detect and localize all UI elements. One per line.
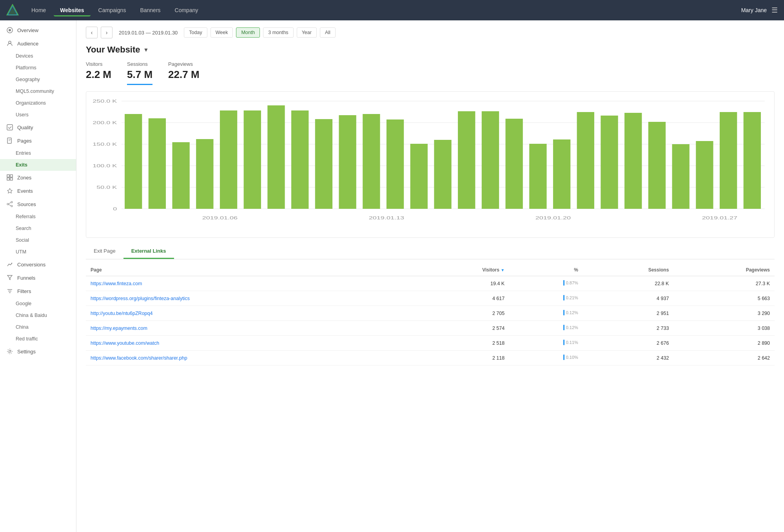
tab-external-links[interactable]: External Links	[123, 244, 174, 259]
sidebar-item-pages[interactable]: Pages	[0, 134, 76, 147]
sidebar-item-overview[interactable]: Overview	[0, 24, 76, 37]
sidebar-item-china[interactable]: China	[0, 321, 76, 333]
svg-point-5	[9, 41, 11, 43]
cell-pageviews: 3 290	[673, 306, 775, 321]
cell-page[interactable]: https://www.finteza.com	[86, 276, 414, 291]
sidebar-item-sources[interactable]: Sources	[0, 197, 76, 211]
sidebar-item-funnels[interactable]: Funnels	[0, 271, 76, 284]
cell-visitors: 19.4 K	[414, 276, 510, 291]
nav-company[interactable]: Company	[169, 4, 205, 16]
chart-container: 250.0 K 200.0 K 150.0 K 100.0 K 50.0 K 0	[86, 91, 775, 238]
pages-icon	[6, 137, 13, 144]
period-week-button[interactable]: Week	[211, 27, 233, 38]
sidebar-item-red-traffic[interactable]: Red traffic	[0, 333, 76, 345]
cell-sessions: 2 432	[583, 351, 673, 366]
tab-exit-page[interactable]: Exit Page	[86, 244, 123, 259]
metric-visitors-value: 2.2 M	[86, 69, 111, 81]
sidebar-item-zones[interactable]: Zones	[0, 171, 76, 184]
cell-pageviews: 27.3 K	[673, 276, 775, 291]
svg-text:0: 0	[113, 206, 117, 212]
sidebar-item-china-baidu[interactable]: China & Baidu	[0, 309, 76, 321]
sidebar-item-conversions[interactable]: Conversions	[0, 258, 76, 271]
prev-period-button[interactable]: ‹	[86, 27, 98, 38]
menu-icon[interactable]: ☰	[771, 6, 778, 14]
sidebar-item-social[interactable]: Social	[0, 234, 76, 246]
period-3months-button[interactable]: 3 months	[263, 27, 293, 38]
events-icon	[6, 187, 13, 194]
metric-pageviews-label: Pageviews	[168, 61, 200, 67]
cell-page[interactable]: https://www.youtube.com/watch	[86, 336, 414, 351]
sidebar-item-quality[interactable]: Quality	[0, 121, 76, 134]
sidebar-item-search[interactable]: Search	[0, 223, 76, 234]
svg-rect-56	[648, 122, 666, 209]
svg-rect-38	[220, 110, 237, 209]
logo	[6, 4, 19, 16]
sidebar-item-platforms[interactable]: Platforms	[0, 62, 76, 74]
sidebar-item-geography[interactable]: Geography	[0, 74, 76, 85]
table-row: https://wordpress.org/plugins/finteza-an…	[86, 291, 775, 306]
cell-visitors: 2 518	[414, 336, 510, 351]
period-month-button[interactable]: Month	[236, 27, 260, 38]
sidebar-item-utm[interactable]: UTM	[0, 246, 76, 258]
sidebar-item-entries[interactable]: Entries	[0, 147, 76, 159]
metric-sessions[interactable]: Sessions 5.7 M	[127, 61, 152, 85]
nav-banners[interactable]: Banners	[134, 4, 167, 16]
percent-bar-line	[563, 325, 564, 330]
user-name: Mary Jane	[741, 7, 767, 13]
svg-rect-11	[10, 178, 13, 180]
cell-page[interactable]: https://www.facebook.com/sharer/sharer.p…	[86, 351, 414, 366]
nav-websites[interactable]: Websites	[54, 4, 90, 16]
nav-campaigns[interactable]: Campaigns	[92, 4, 132, 16]
next-period-button[interactable]: ›	[101, 27, 113, 38]
main-content: ‹ › 2019.01.03 — 2019.01.30 Today Week M…	[76, 20, 784, 532]
cell-page[interactable]: http://youtu.be/ntu6pZRopq4	[86, 306, 414, 321]
col-header-visitors[interactable]: Visitors ▼	[414, 264, 510, 276]
col-header-pageviews: Pageviews	[673, 264, 775, 276]
svg-point-21	[9, 351, 11, 353]
sidebar-item-users[interactable]: Users	[0, 109, 76, 121]
table-row: https://www.finteza.com 19.4 K 0.87% 22.…	[86, 276, 775, 291]
svg-rect-54	[601, 116, 618, 209]
cell-page[interactable]: https://my.epayments.com	[86, 321, 414, 336]
sidebar-item-exits[interactable]: Exits	[0, 159, 76, 171]
svg-line-16	[9, 204, 11, 206]
table-row: http://youtu.be/ntu6pZRopq4 2 705 0.12% …	[86, 306, 775, 321]
sidebar-item-devices[interactable]: Devices	[0, 50, 76, 62]
nav-home[interactable]: Home	[25, 4, 52, 16]
percent-value: 0.10%	[566, 355, 578, 360]
svg-point-13	[11, 201, 13, 203]
sidebar-item-mql5[interactable]: MQL5.community	[0, 85, 76, 97]
cell-visitors: 2 705	[414, 306, 510, 321]
period-today-button[interactable]: Today	[184, 27, 207, 38]
percent-value: 0.12%	[566, 325, 578, 330]
nav-right: Mary Jane ☰	[741, 6, 778, 14]
metric-pageviews[interactable]: Pageviews 22.7 M	[168, 61, 200, 85]
sidebar: Overview Audience Devices Platforms Geog…	[0, 20, 76, 532]
overview-icon	[6, 27, 13, 34]
sidebar-item-settings[interactable]: Settings	[0, 345, 76, 358]
svg-rect-50	[505, 119, 523, 209]
metric-sessions-label: Sessions	[127, 61, 152, 67]
svg-text:2019.01.27: 2019.01.27	[702, 215, 737, 221]
cell-page[interactable]: https://wordpress.org/plugins/finteza-an…	[86, 291, 414, 306]
cell-sessions: 2 951	[583, 306, 673, 321]
col-header-page: Page	[86, 264, 414, 276]
sidebar-item-google[interactable]: Google	[0, 298, 76, 309]
svg-rect-58	[696, 141, 713, 209]
sidebar-item-organizations[interactable]: Organizations	[0, 97, 76, 109]
sidebar-item-referrals[interactable]: Referrals	[0, 211, 76, 223]
table-row: https://www.facebook.com/sharer/sharer.p…	[86, 351, 775, 366]
metric-sessions-value: 5.7 M	[127, 69, 152, 81]
tabs: Exit Page External Links	[86, 244, 775, 259]
svg-rect-8	[7, 175, 9, 177]
sidebar-item-filters[interactable]: Filters	[0, 284, 76, 298]
period-all-button[interactable]: All	[320, 27, 336, 38]
sidebar-item-audience[interactable]: Audience	[0, 37, 76, 50]
svg-rect-34	[125, 114, 142, 209]
sidebar-item-events[interactable]: Events	[0, 184, 76, 197]
period-year-button[interactable]: Year	[297, 27, 317, 38]
website-dropdown[interactable]: ▼	[143, 47, 149, 53]
metric-visitors[interactable]: Visitors 2.2 M	[86, 61, 111, 85]
percent-bar-line	[563, 295, 564, 300]
svg-rect-53	[577, 112, 594, 209]
